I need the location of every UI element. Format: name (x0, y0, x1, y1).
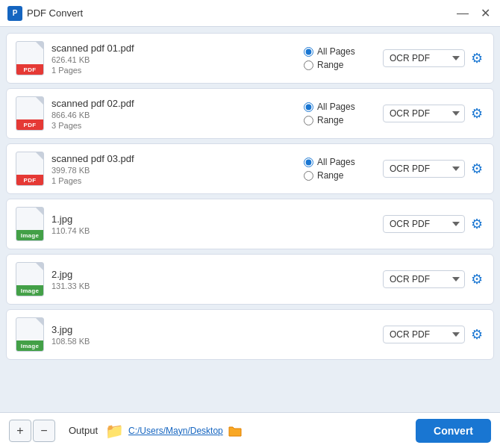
file-row: Image 1.jpg 110.74 KB OCR PDF PDF Word E… (6, 199, 494, 249)
format-select-wrap: OCR PDF PDF Word Excel ⚙ (383, 49, 484, 68)
file-info: scanned pdf 03.pdf 399.78 KB 1 Pages (51, 153, 284, 185)
all-pages-radio-label[interactable]: All Pages (304, 102, 363, 112)
file-icon: Image (16, 262, 44, 296)
file-size: 108.58 KB (51, 337, 272, 346)
app-icon: P (7, 6, 22, 21)
all-pages-radio-label[interactable]: All Pages (304, 46, 363, 57)
file-badge: Image (16, 285, 43, 296)
file-row: PDF scanned pdf 03.pdf 399.78 KB 1 Pages… (6, 143, 494, 194)
file-name: scanned pdf 03.pdf (51, 153, 284, 164)
format-select-wrap: OCR PDF PDF Word Excel ⚙ (383, 270, 484, 289)
page-range-group: All Pages Range (304, 157, 363, 181)
range-radio[interactable] (304, 171, 313, 181)
settings-button[interactable]: ⚙ (469, 49, 484, 68)
file-name: 3.jpg (51, 324, 272, 335)
add-remove-group: + − (9, 420, 55, 442)
format-select-wrap: OCR PDF PDF Word Excel ⚙ (383, 325, 484, 344)
all-pages-radio[interactable] (304, 158, 313, 167)
output-path-wrap: 📁 C:/Users/Mayn/Desktop (105, 422, 408, 440)
file-paper: PDF (16, 41, 44, 75)
file-name: scanned pdf 02.pdf (51, 98, 284, 109)
all-pages-radio-label[interactable]: All Pages (304, 157, 363, 167)
page-range-group: All Pages Range (304, 102, 363, 125)
format-select-wrap: OCR PDF PDF Word Excel ⚙ (383, 104, 484, 123)
file-name: 1.jpg (51, 214, 272, 225)
app-title: PDF Convert (27, 7, 83, 19)
range-radio[interactable] (304, 60, 313, 70)
file-row: Image 3.jpg 108.58 KB OCR PDF PDF Word E… (6, 309, 494, 360)
file-size: 866.46 KB (51, 111, 284, 119)
add-file-button[interactable]: + (9, 420, 31, 442)
file-icon: PDF (16, 96, 44, 131)
all-pages-radio[interactable] (304, 47, 313, 57)
file-badge: PDF (16, 119, 43, 130)
format-select[interactable]: OCR PDF PDF Word Excel (383, 326, 465, 343)
range-label: Range (317, 115, 343, 125)
file-icon: PDF (16, 41, 44, 75)
file-row: PDF scanned pdf 02.pdf 866.46 KB 3 Pages… (6, 88, 494, 139)
remove-file-button[interactable]: − (33, 420, 55, 442)
file-size: 131.33 KB (51, 281, 272, 290)
range-label: Range (317, 60, 343, 70)
all-pages-label: All Pages (317, 102, 355, 112)
page-range-group: All Pages Range (304, 46, 363, 70)
settings-button[interactable]: ⚙ (469, 104, 484, 123)
file-badge: Image (16, 230, 43, 240)
file-paper: PDF (16, 96, 44, 131)
file-badge: PDF (16, 64, 43, 75)
all-pages-radio[interactable] (304, 102, 313, 112)
format-select[interactable]: OCR PDF PDF Word Excel (383, 215, 465, 233)
format-select[interactable]: OCR PDF PDF Word Excel (383, 49, 465, 67)
settings-button[interactable]: ⚙ (469, 270, 484, 289)
file-name: scanned pdf 01.pdf (51, 43, 284, 54)
range-radio[interactable] (304, 116, 313, 125)
settings-button[interactable]: ⚙ (469, 159, 484, 178)
range-radio-label[interactable]: Range (304, 60, 363, 70)
output-path[interactable]: C:/Users/Mayn/Desktop (128, 426, 223, 436)
browse-icon (228, 424, 243, 438)
close-button[interactable]: ✕ (478, 6, 493, 21)
file-info: 1.jpg 110.74 KB (51, 214, 272, 235)
file-pages: 1 Pages (51, 176, 284, 185)
file-info: 2.jpg 131.33 KB (51, 269, 272, 290)
file-pages: 1 Pages (51, 66, 284, 75)
file-badge: PDF (16, 175, 43, 185)
bottom-bar: + − Output 📁 C:/Users/Mayn/Desktop Conve… (0, 412, 500, 448)
title-bar-left: P PDF Convert (7, 6, 83, 21)
file-info: scanned pdf 02.pdf 866.46 KB 3 Pages (51, 98, 284, 130)
file-size: 110.74 KB (51, 226, 272, 235)
file-paper: Image (16, 207, 44, 241)
file-info: 3.jpg 108.58 KB (51, 324, 272, 346)
settings-button[interactable]: ⚙ (469, 325, 484, 344)
format-select[interactable]: OCR PDF PDF Word Excel (383, 160, 465, 178)
format-select[interactable]: OCR PDF PDF Word Excel (383, 270, 465, 288)
minimize-button[interactable]: — (455, 6, 470, 21)
convert-button[interactable]: Convert (416, 419, 491, 443)
file-badge: Image (16, 340, 43, 351)
settings-button[interactable]: ⚙ (469, 214, 484, 234)
all-pages-label: All Pages (317, 157, 355, 167)
file-paper: Image (16, 262, 44, 296)
format-select[interactable]: OCR PDF PDF Word Excel (383, 105, 465, 122)
title-bar: P PDF Convert — ✕ (0, 0, 500, 27)
file-info: scanned pdf 01.pdf 626.41 KB 1 Pages (51, 43, 284, 75)
file-list: PDF scanned pdf 01.pdf 626.41 KB 1 Pages… (0, 27, 500, 412)
file-paper: PDF (16, 152, 44, 186)
file-pages: 3 Pages (51, 121, 284, 130)
file-icon: PDF (16, 152, 44, 186)
browse-button[interactable] (228, 424, 243, 438)
file-size: 399.78 KB (51, 166, 284, 175)
range-radio-label[interactable]: Range (304, 170, 363, 181)
output-label: Output (69, 425, 98, 436)
file-icon: Image (16, 317, 44, 352)
file-row: Image 2.jpg 131.33 KB OCR PDF PDF Word E… (6, 254, 494, 305)
file-name: 2.jpg (51, 269, 272, 280)
folder-icon: 📁 (105, 422, 124, 440)
file-row: PDF scanned pdf 01.pdf 626.41 KB 1 Pages… (6, 33, 494, 84)
title-bar-controls: — ✕ (455, 6, 493, 21)
file-size: 626.41 KB (51, 55, 284, 64)
range-radio-label[interactable]: Range (304, 115, 363, 125)
format-select-wrap: OCR PDF PDF Word Excel ⚙ (383, 214, 484, 234)
file-paper: Image (16, 317, 44, 352)
file-icon: Image (16, 207, 44, 241)
